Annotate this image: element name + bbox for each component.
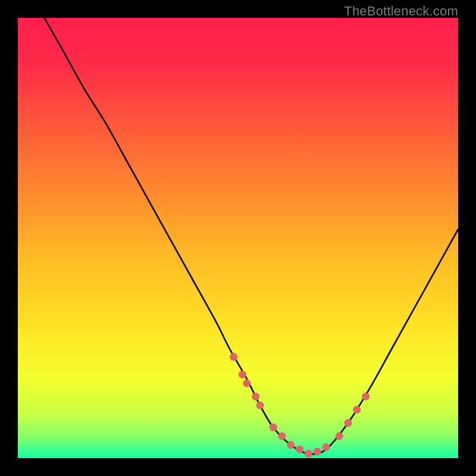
- highlight-dot: [345, 419, 352, 427]
- highlight-dot: [243, 380, 250, 387]
- watermark-text: TheBottleneck.com: [344, 4, 458, 19]
- highlight-dot: [287, 441, 295, 449]
- highlight-dot: [362, 393, 369, 400]
- highlight-dot: [252, 393, 259, 400]
- highlight-dot: [353, 406, 361, 414]
- bottleneck-curve: [44, 18, 458, 454]
- highlight-dot: [239, 371, 246, 378]
- highlight-dot: [270, 424, 277, 431]
- highlight-dot: [336, 433, 343, 440]
- plot-area: [18, 18, 458, 458]
- highlight-dot: [256, 402, 264, 409]
- highlight-dot: [305, 450, 312, 458]
- highlight-dot: [278, 433, 286, 440]
- chart-stage: TheBottleneck.com: [0, 0, 476, 476]
- curve-layer: [18, 18, 458, 458]
- highlight-dots: [230, 353, 369, 458]
- highlight-dot: [296, 446, 303, 453]
- highlight-dot: [322, 443, 330, 451]
- highlight-dot: [230, 353, 237, 361]
- highlight-dot: [314, 447, 321, 455]
